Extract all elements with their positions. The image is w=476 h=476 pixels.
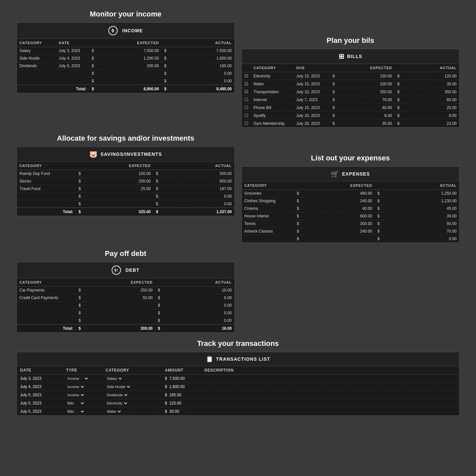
expenses-icon: 🛒 EXPENSES [331, 170, 370, 178]
table-row: ☑ Transportation July 10, 2023 $350.00 $… [241, 88, 460, 96]
table-row: July 5, 2023 BillsIncome Electricity $ 1… [17, 399, 460, 407]
table-row: Raindy Day Fund $100.00 $500.00 [17, 170, 235, 178]
savings-table-header: 🐷 SAVINGS/INVESTMENTS [17, 147, 235, 162]
transactions-title: Track your transactions [16, 339, 460, 348]
table-row: $ $0.00 [17, 309, 235, 317]
table-row: $ $0.00 [17, 200, 235, 208]
category-select[interactable]: Side Hustle [106, 384, 131, 389]
savings-icon: 🐷 SAVINGS/INVESTMENTS [89, 150, 162, 158]
table-row: Tennis $300.00 $50.00 [241, 220, 460, 228]
table-row: ☐ Phone Bill July 15, 2023 $40.00 $25.00 [241, 104, 460, 112]
checkbox-unchecked[interactable]: ☐ [244, 121, 248, 126]
table-row: Cinema $40.00 $45.00 [241, 205, 460, 212]
debt-title: Pay off debt [16, 249, 235, 258]
category-select[interactable]: Dividends [106, 393, 128, 397]
bills-table-header: ⊞ BILLS [241, 49, 460, 64]
table-row: $ $0.00 [17, 317, 235, 324]
checkbox-unchecked[interactable]: ☐ [244, 97, 248, 102]
table-row: $ $0.00 [17, 193, 235, 200]
bills-section: Plan your bils ⊞ BILLS CATEGORY DUE EXPE… [241, 36, 460, 127]
savings-table: 🐷 SAVINGS/INVESTMENTS CATEGORY EXPECTED … [16, 147, 235, 216]
expenses-col-headers: CATEGORY EXPECTED ACTUAL [241, 182, 460, 190]
income-icon: $ INCOME [108, 26, 143, 35]
table-row: July 4, 2023 IncomeBills Side Hustle $ 1… [17, 383, 460, 391]
transactions-table: 📋 TRANSACTIONS LIST DATE TYPE CATEGORY A… [16, 352, 460, 416]
empty-cell [241, 249, 460, 333]
income-col-headers: CATEGORY DATE EXPECTED ACTUAL [17, 39, 235, 47]
expenses-table: 🛒 EXPENSES CATEGORY EXPECTED ACTUAL Groc… [241, 166, 460, 243]
list-icon: 📋 [206, 355, 213, 363]
type-select[interactable]: IncomeBills [66, 393, 85, 397]
table-row: ☑ Electricity July 15, 2023 $150.00 $120… [241, 72, 460, 80]
checkbox-unchecked[interactable]: ☐ [244, 113, 248, 118]
table-row: Groceries $480.00 $1,250.00 [241, 190, 460, 197]
debt-section: Pay off debt $! DEBT CATEGORY EXPECTED A… [16, 249, 235, 333]
table-row: ☐ Internet July 7, 2023 $70.00 $60.00 [241, 96, 460, 104]
debt-col-headers: CATEGORY EXPECTED ACTUAL [17, 278, 235, 287]
table-row: July 5, 2023 BillsIncome Water $ 30.00 [17, 407, 460, 416]
transactions-section: Track your transactions 📋 TRANSACTIONS L… [16, 339, 460, 416]
type-select[interactable]: BillsIncome [66, 409, 85, 414]
checkbox-checked[interactable]: ☑ [244, 73, 248, 78]
checkbox-unchecked[interactable]: ☐ [244, 105, 248, 110]
transactions-icon: 📋 TRANSACTIONS LIST [206, 355, 270, 363]
table-row: Side Hustle July 4, 2023 $1,200.00 $1,80… [17, 55, 235, 62]
type-select[interactable]: BillsIncome [66, 401, 85, 406]
income-section: Monitor your income $ INCOME CATEGORY DA… [16, 10, 235, 127]
category-select[interactable]: Salary [106, 376, 123, 381]
table-row: $ $0.00 [17, 77, 235, 85]
piggybank-icon: 🐷 [89, 150, 98, 158]
table-row: Credit Card Payments $50.00 $6.00 [17, 294, 235, 302]
table-row: Clothes Shopping $240.00 $1,230.00 [241, 197, 460, 205]
bills-table: ⊞ BILLS CATEGORY DUE EXPECTED ACTUAL ☑ E… [241, 49, 460, 127]
transactions-table-header: 📋 TRANSACTIONS LIST [17, 352, 460, 366]
savings-title: Allocate for savings and/or investments [16, 134, 235, 143]
type-select[interactable]: IncomeBillsExpensesDebt [66, 376, 89, 381]
transactions-col-headers: DATE TYPE CATEGORY AMOUNT DESCRIPTION [17, 366, 460, 375]
table-row: $ $0.00 [17, 302, 235, 309]
table-row: Stocks $200.00 $650.00 [17, 178, 235, 185]
table-row: $ $0.00 [17, 70, 235, 77]
table-row: Dividends July 5, 2023 $200.00 $185.00 [17, 62, 235, 70]
dollar-icon: $ [108, 26, 118, 35]
checkbox-checked[interactable]: ☑ [244, 81, 248, 86]
debt-icon: $! DEBT [112, 266, 140, 275]
expenses-section: List out your expenses 🛒 EXPENSES CATEGO… [241, 154, 460, 243]
savings-col-headers: CATEGORY EXPECTED ACTUAL [17, 162, 235, 170]
calculator-icon: ⊞ [339, 52, 345, 60]
debt-table-header: $! DEBT [17, 262, 235, 278]
checkbox-checked[interactable]: ☑ [244, 89, 248, 94]
table-row: ☐ Spotify July 10, 2023 $8.00 $8.00 [241, 112, 460, 120]
category-select[interactable]: Electricity [106, 401, 128, 406]
table-row: July 5, 2023 IncomeBills Dividends $ 185… [17, 391, 460, 399]
bills-title: Plan your bils [241, 36, 460, 45]
table-row: House Interior $600.00 $39.00 [241, 212, 460, 220]
savings-section: Allocate for savings and/or investments … [16, 134, 235, 243]
table-row: $ $0.00 [241, 235, 460, 243]
bills-col-headers: CATEGORY DUE EXPECTED ACTUAL [241, 64, 460, 72]
income-title: Monitor your income [16, 10, 235, 18]
debt-dollar-icon: $! [112, 266, 121, 275]
table-row: ☑ Water July 15, 2023 $100.00 $30.00 [241, 80, 460, 88]
expenses-title: List out your expenses [241, 154, 460, 162]
savings-total-row: Total: $325.00 $1,337.00 [17, 208, 235, 216]
table-row: July 3, 2023 IncomeBillsExpensesDebt Sal… [17, 375, 460, 383]
debt-total-row: Total: $300.00 $16.00 [17, 324, 235, 333]
table-row: Travel Fund $25.00 $187.00 [17, 185, 235, 193]
table-row: ☐ Gym Membership July 28, 2023 $35.00 $2… [241, 120, 460, 127]
income-table-header: $ INCOME [17, 23, 235, 39]
type-select[interactable]: IncomeBills [66, 384, 85, 389]
cart-icon: 🛒 [331, 170, 339, 178]
debt-table: $! DEBT CATEGORY EXPECTED ACTUAL Car Pay… [16, 262, 235, 333]
table-row: Car Payments $250.00 $10.00 [17, 287, 235, 294]
expenses-table-header: 🛒 EXPENSES [241, 167, 460, 182]
table-row: Salary July 3, 2023 $7,500.00 $7,500.00 [17, 47, 235, 55]
income-table: $ INCOME CATEGORY DATE EXPECTED ACTUAL S… [16, 22, 235, 93]
income-total-row: Total: $8,900.00 $9,485.00 [17, 85, 235, 93]
bills-icon: ⊞ BILLS [339, 52, 362, 60]
category-select[interactable]: Water [106, 409, 122, 414]
table-row: Artwork Classes $240.00 $70.00 [241, 228, 460, 235]
